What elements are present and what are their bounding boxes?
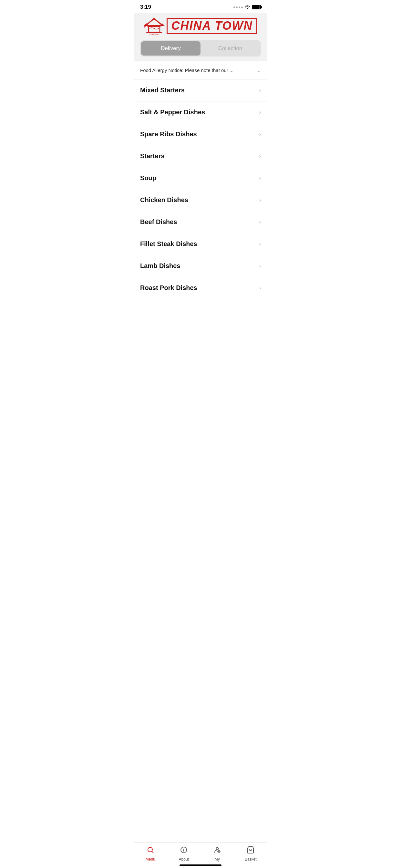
menu-item[interactable]: Soup › xyxy=(134,167,267,189)
logo-text: CHINA TOWN xyxy=(166,18,258,34)
home-indicator xyxy=(180,864,221,866)
menu-item[interactable]: Starters › xyxy=(134,145,267,167)
about-icon: i xyxy=(180,846,188,856)
menu-item[interactable]: Spare Ribs Dishes › xyxy=(134,123,267,145)
tab-about[interactable]: i About xyxy=(174,846,193,862)
tab-basket[interactable]: Basket xyxy=(241,846,260,862)
chevron-right-icon: › xyxy=(259,219,261,225)
menu-item-label: Chicken Dishes xyxy=(140,196,188,204)
allergy-notice[interactable]: Food Allergy Notice: Please note that ou… xyxy=(134,61,267,80)
logo-icon: CHINA TOWN xyxy=(144,16,165,35)
basket-icon xyxy=(247,846,254,856)
chevron-right-icon: › xyxy=(259,197,261,203)
chevron-down-icon: ⌄ xyxy=(257,67,261,73)
menu-item-label: Beef Dishes xyxy=(140,218,177,226)
menu-item[interactable]: Beef Dishes › xyxy=(134,211,267,233)
battery-icon xyxy=(252,5,261,9)
tab-about-label: About xyxy=(179,857,189,862)
menu-item[interactable]: Lamb Dishes › xyxy=(134,255,267,277)
toggle-container: Delivery Collection xyxy=(134,40,267,61)
menu-item[interactable]: Fillet Steak Dishes › xyxy=(134,233,267,255)
chevron-right-icon: › xyxy=(259,241,261,247)
chevron-right-icon: › xyxy=(259,285,261,291)
svg-line-6 xyxy=(152,851,153,853)
menu-item-label: Fillet Steak Dishes xyxy=(140,240,197,248)
menu-item-label: Lamb Dishes xyxy=(140,262,180,270)
menu-search-icon xyxy=(147,846,154,856)
menu-item[interactable]: Chicken Dishes › xyxy=(134,189,267,211)
menu-item-label: Starters xyxy=(140,152,165,160)
chevron-right-icon: › xyxy=(259,263,261,269)
status-time: 3:19 xyxy=(140,4,151,10)
allergy-text: Food Allergy Notice: Please note that ou… xyxy=(140,67,253,73)
menu-list: Mixed Starters › Salt & Pepper Dishes › … xyxy=(134,80,267,299)
menu-item-label: Salt & Pepper Dishes xyxy=(140,108,205,116)
svg-point-9 xyxy=(216,848,218,850)
menu-item-label: Soup xyxy=(140,175,156,182)
svg-text:CHINA TOWN: CHINA TOWN xyxy=(149,33,159,35)
chevron-right-icon: › xyxy=(259,175,261,181)
header: CHINA TOWN CHINA TOWN xyxy=(134,13,267,40)
menu-item[interactable]: Roast Pork Dishes › xyxy=(134,277,267,299)
delivery-collection-toggle[interactable]: Delivery Collection xyxy=(140,40,261,57)
menu-item-label: Mixed Starters xyxy=(140,87,185,94)
collection-button[interactable]: Collection xyxy=(201,41,260,56)
tab-my[interactable]: My xyxy=(208,846,227,862)
delivery-button[interactable]: Delivery xyxy=(141,41,201,56)
my-icon xyxy=(213,846,221,856)
tab-my-label: My xyxy=(215,857,220,862)
chevron-right-icon: › xyxy=(259,131,261,137)
tab-basket-label: Basket xyxy=(245,857,257,862)
menu-item[interactable]: Salt & Pepper Dishes › xyxy=(134,101,267,123)
svg-text:i: i xyxy=(183,848,184,852)
menu-item-label: Spare Ribs Dishes xyxy=(140,130,197,138)
menu-item-label: Roast Pork Dishes xyxy=(140,284,197,291)
logo: CHINA TOWN CHINA TOWN xyxy=(144,16,258,35)
chevron-right-icon: › xyxy=(259,110,261,115)
chevron-right-icon: › xyxy=(259,153,261,159)
menu-item[interactable]: Mixed Starters › xyxy=(134,80,267,101)
status-icons xyxy=(234,4,261,10)
signal-icon xyxy=(234,6,243,8)
wifi-icon xyxy=(245,4,250,10)
status-bar: 3:19 xyxy=(134,0,267,13)
tab-menu[interactable]: Menu xyxy=(141,846,160,862)
chevron-right-icon: › xyxy=(259,88,261,93)
tab-menu-label: Menu xyxy=(146,857,155,862)
